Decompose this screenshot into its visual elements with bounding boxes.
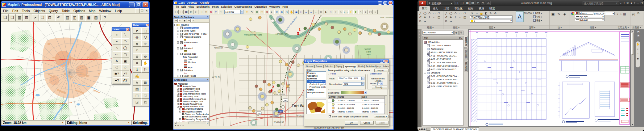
tab-symbology[interactable]: Symbology	[343, 65, 357, 68]
qsaveas-icon[interactable]: ▧	[470, 1, 475, 5]
menu-geoprocessing[interactable]: Geoprocessing	[233, 5, 253, 8]
autohide-icon[interactable]: ⇤	[419, 33, 420, 36]
layer-name[interactable]: Census 2010	[184, 53, 196, 55]
main-toolbar[interactable]: Main ✕ ➤⬚◎⬡◈⊛⊘⊕⊖⌗✋ℹ⚐✍≋⊟▤Σ◳◱◪◩	[132, 23, 150, 106]
classify-button[interactable]: Classify...	[372, 86, 387, 89]
window-icon[interactable]: ▢	[368, 10, 373, 14]
model-icon[interactable]: ⚙	[274, 10, 279, 14]
toc-layer[interactable]: −✓Census 2010	[174, 53, 209, 56]
qnew-icon[interactable]: ❏	[455, 1, 459, 5]
tab-selection[interactable]: Selection	[323, 65, 334, 68]
show-item[interactable]: Multiple Attributes	[307, 91, 326, 94]
layer-name[interactable]: Active Stations	[184, 41, 198, 44]
sheet-name[interactable]: S-01 - FOUNDATION PLA...	[430, 75, 459, 78]
status-zoom[interactable]: Zoom: 18.92 km▴	[2, 120, 65, 125]
navigation-bar[interactable]: ⬒ ▣	[635, 31, 642, 37]
new-redistrict-icon[interactable]: ▥	[93, 14, 99, 21]
drag-map-tool[interactable]: ✍	[133, 73, 141, 79]
side-tab-1[interactable]: 图纸视图	[464, 48, 468, 60]
layer-checkbox[interactable]: ✓	[180, 33, 183, 35]
info-tool[interactable]: ℹ	[133, 66, 141, 73]
select-elements-icon[interactable]: ➤	[324, 10, 328, 14]
draw-tool-icon-9[interactable]: ◫	[437, 15, 441, 19]
ribbon-panel-label[interactable]: 剪贴板 ▾	[630, 25, 643, 29]
drawing-toolbar[interactable]: Drawi... ✕ ✴╲⌐◠⌂◯▭▢A▣⬠◇✱?╱?▰?A?	[112, 27, 130, 84]
toc-layer[interactable]: +✓Calls for Service - Feb07	[174, 32, 209, 36]
layer-name[interactable]: Calls for Service - Feb07	[184, 33, 207, 35]
toolbox-item[interactable]: +Analysis Tools	[174, 85, 209, 87]
toolbox-hscrollbar[interactable]: ◂ ▸	[174, 121, 209, 124]
tree-expander-icon[interactable]: +	[177, 103, 179, 105]
sheet-name[interactable]: S-03 - FLOOR FRAMING ...	[430, 82, 459, 84]
maximize-button[interactable]: ❐	[383, 1, 387, 5]
open-doc-icon[interactable]: ❒	[179, 10, 184, 14]
text-style[interactable]: A?	[121, 77, 130, 83]
measure-icon[interactable]: ⟷	[343, 10, 348, 14]
utility-tool-icon-1[interactable]: ▦	[622, 11, 627, 16]
toolbox-item[interactable]: +Measuring Geographic Distributions	[174, 118, 209, 120]
class-row[interactable]: -7.826674 - -3.694779-7.826674 - -3.6947…	[328, 99, 387, 103]
draw-tool-icon-8[interactable]: ▱	[458, 15, 462, 19]
comm-center-icon[interactable]: ✆	[626, 2, 629, 5]
region-style[interactable]: ▰?	[113, 77, 121, 83]
toolbox-item-name[interactable]: Cartography Tools	[183, 88, 200, 90]
panel-expand-icon[interactable]: ◩ ▴	[459, 37, 462, 39]
toolbox-item-name[interactable]: Analysis Tools	[183, 85, 196, 87]
pan-icon[interactable]: ✋	[289, 10, 294, 14]
sheet-item[interactable]: A-05 - SECTIONS AND D...	[423, 68, 463, 71]
statistics-tool[interactable]: Σ	[141, 86, 149, 92]
find-icon[interactable]: ⌕	[334, 10, 338, 14]
paste-icon[interactable]: ⎗	[631, 11, 636, 18]
sheet-set-combobox[interactable]: IRD Addition▾	[422, 31, 454, 35]
help-icon[interactable]: ?	[634, 2, 635, 5]
block-tool-icon-1[interactable]: ✎	[556, 11, 562, 16]
toolbox-item[interactable]: +Spatial Analyst Tools	[174, 103, 209, 105]
zoom-in-icon[interactable]: ⊕	[279, 10, 284, 14]
help-button[interactable]: ?	[380, 60, 384, 63]
layer-control-tool[interactable]: ≋	[133, 79, 141, 86]
dialog-titlebar[interactable]: Layer Properties ? ✕	[304, 59, 389, 63]
print-icon[interactable]: ⊞	[189, 10, 193, 14]
new-grapher-icon[interactable]: ▧	[78, 14, 85, 21]
layer-checkbox[interactable]: ✓	[180, 69, 183, 71]
legend-tool[interactable]: ▤	[133, 86, 141, 92]
layer-name[interactable]: Proposed Stations	[184, 36, 201, 38]
tree-expander-icon[interactable]: −	[179, 111, 181, 112]
column-header[interactable]: Range	[338, 96, 362, 99]
toolbox-item[interactable]: +Conversion Tools	[174, 90, 209, 93]
delete-icon[interactable]: ✕	[209, 10, 213, 14]
toolbox-header[interactable]: ArcToolbox ✕	[173, 78, 209, 82]
sheet-item[interactable]: A-04 - REFLECTED CEILI...	[423, 64, 463, 68]
tree-expander-icon[interactable]: +	[177, 95, 179, 97]
value-combobox[interactable]: SNa2Con E2W 13601▾	[338, 77, 364, 80]
plot-icon[interactable]: ⎙	[486, 1, 491, 5]
zoom-in-tool[interactable]: ⊕	[133, 53, 141, 60]
mdi-restore-button[interactable]: ❐	[140, 8, 144, 13]
boundary-select-tool[interactable]: ◈	[133, 40, 141, 47]
ribbon-panel-label[interactable]: 块 ▾	[550, 25, 570, 29]
cut-icon[interactable]: ✂	[32, 14, 39, 21]
new-table-icon[interactable]: ❏	[2, 14, 9, 21]
tab-source[interactable]: Source	[314, 65, 323, 68]
ribbon-panel-label[interactable]: 注释 ▾	[515, 25, 549, 29]
polygon-tool[interactable]: ⌂	[113, 45, 121, 51]
ribbon-tab-2[interactable]: 注释	[441, 6, 451, 11]
draw-tool-icon-4[interactable]: ⬠	[437, 11, 441, 15]
list-by-drawing-icon[interactable]: ≔	[174, 19, 178, 22]
toolbox-item-name[interactable]: Data Management Tools	[183, 93, 206, 95]
chevron-down-icon[interactable]: ▾	[361, 77, 364, 80]
toc-header[interactable]: Table Of Contents ✕	[173, 15, 209, 19]
apply-button[interactable]: Apply	[376, 121, 388, 125]
close-button[interactable]: ✕	[384, 60, 388, 63]
layer-tool-icon-1[interactable]: ☼	[475, 11, 479, 15]
chevron-down-icon[interactable]: ▾	[364, 91, 367, 94]
overflow-icon[interactable]: »	[373, 10, 378, 14]
zoom-out-icon[interactable]: ⊖	[284, 10, 289, 14]
zoom-icon[interactable]: ⌕	[637, 48, 638, 51]
toc-layer[interactable]: +Major Roads	[174, 74, 209, 77]
color-ramp-combobox[interactable]: ▾	[341, 91, 367, 94]
ribbon-tab-0[interactable]: 常用	[419, 6, 430, 11]
toolbox-item-name[interactable]: ArcToolbox	[178, 83, 188, 85]
block-tool-icon-0[interactable]: ▣	[550, 11, 556, 16]
favorites-icon[interactable]: ★	[630, 2, 633, 5]
